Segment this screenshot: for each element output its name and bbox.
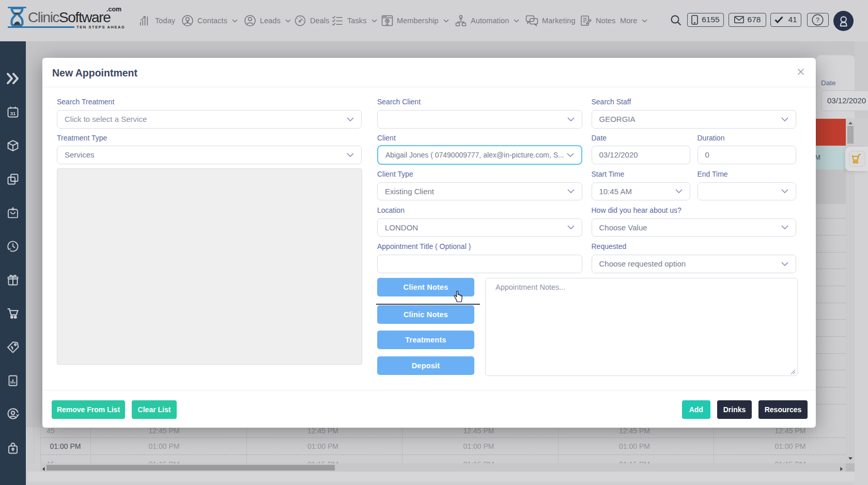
svg-text:?: ? — [816, 17, 819, 24]
svg-text:31: 31 — [10, 111, 16, 116]
